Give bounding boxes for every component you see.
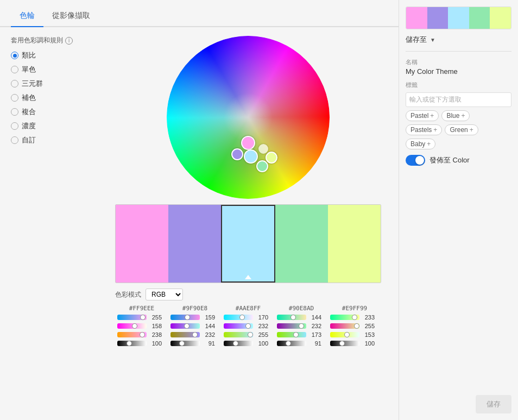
mini-slider-0-1[interactable] (117, 323, 147, 329)
slider-value: 232 (308, 323, 321, 329)
color-dot-3[interactable] (256, 160, 268, 172)
mini-slider-1-2[interactable] (170, 332, 200, 337)
info-icon[interactable]: i (65, 37, 73, 45)
tag-blue[interactable]: Blue + (441, 110, 470, 121)
radio-compound[interactable]: 複合 (11, 107, 98, 117)
slider-thumb[interactable] (179, 341, 185, 346)
hex-col-0: #FF9EEE255158238100 (115, 305, 168, 347)
slider-value: 232 (255, 323, 268, 329)
color-dot-1[interactable] (231, 148, 243, 160)
tags-input[interactable]: 輸入或從下方選取 (406, 92, 511, 107)
mini-slider-0-2[interactable] (117, 332, 147, 337)
slider-row-4-2: 153 (330, 331, 379, 338)
mini-slider-0-3[interactable] (117, 341, 147, 346)
save-to-row[interactable]: 儲存至 ▼ (406, 35, 511, 45)
mini-slider-3-0[interactable] (277, 315, 306, 320)
slider-thumb[interactable] (354, 323, 359, 329)
radio-analogous[interactable]: 類比 (11, 51, 98, 60)
color-dot-2[interactable] (244, 149, 258, 164)
slider-thumb[interactable] (132, 323, 137, 329)
slider-thumb[interactable] (239, 315, 245, 320)
slider-track (277, 332, 306, 337)
save-button[interactable]: 儲存 (476, 395, 511, 413)
mini-slider-4-1[interactable] (330, 323, 359, 329)
radio-triadic[interactable]: 三元群 (11, 79, 98, 89)
swatch-1[interactable] (168, 205, 221, 283)
slider-thumb[interactable] (233, 341, 238, 346)
slider-thumb[interactable] (352, 315, 357, 320)
slider-thumb[interactable] (299, 323, 304, 329)
slider-value: 158 (149, 323, 162, 329)
swatch-0[interactable] (116, 205, 168, 283)
mini-slider-4-3[interactable] (330, 341, 359, 346)
slider-thumb[interactable] (248, 332, 253, 337)
mini-slider-4-0[interactable] (330, 315, 359, 320)
slider-row-4-3: 100 (330, 340, 379, 347)
slider-thumb[interactable] (127, 341, 132, 346)
slider-thumb[interactable] (344, 332, 350, 337)
slider-thumb[interactable] (293, 332, 299, 337)
slider-thumb[interactable] (184, 323, 189, 329)
mini-slider-3-1[interactable] (277, 323, 306, 329)
tag-baby[interactable]: Baby + (406, 139, 435, 149)
mini-slider-3-3[interactable] (277, 341, 306, 346)
slider-thumb[interactable] (192, 332, 198, 337)
tag-green[interactable]: Green + (445, 124, 478, 135)
slider-row-4-0: 233 (330, 314, 379, 321)
radio-monochrome-circle (11, 66, 18, 73)
color-dot-5[interactable] (258, 144, 268, 154)
radio-shades[interactable]: 濃度 (11, 121, 98, 131)
slider-row-2-1: 232 (224, 323, 273, 329)
mini-slider-0-0[interactable] (117, 315, 147, 320)
harmony-options: 類比 單色 三元群 補色 複合 (11, 51, 98, 145)
color-wheel-container[interactable] (167, 36, 330, 199)
publish-label: 發佈至 Color (429, 155, 470, 165)
slider-row-2-2: 255 (224, 331, 273, 338)
color-dot-4[interactable] (266, 152, 277, 164)
slider-row-3-1: 232 (277, 323, 326, 329)
mini-slider-1-3[interactable] (170, 341, 200, 346)
color-wheel-canvas[interactable] (167, 36, 330, 199)
tab-color-wheel[interactable]: 色輪 (11, 7, 43, 27)
hex-label-4: #E9FF99 (342, 305, 367, 312)
radio-custom[interactable]: 自訂 (11, 135, 98, 145)
center-col: 色彩模式 RGB CMYK HSB Lab #FF9EEE25515823810… (109, 36, 388, 411)
radio-complementary[interactable]: 補色 (11, 93, 98, 103)
slider-thumb[interactable] (245, 323, 251, 329)
tags-label: 標籤 (406, 81, 511, 89)
mini-slider-2-2[interactable] (224, 332, 253, 337)
radio-monochrome[interactable]: 單色 (11, 65, 98, 74)
slider-thumb[interactable] (286, 341, 291, 346)
swatch-2[interactable] (221, 205, 276, 283)
mini-slider-1-0[interactable] (170, 315, 200, 320)
slider-value: 144 (202, 323, 215, 329)
preview-swatch-1 (427, 7, 448, 29)
color-mode-select[interactable]: RGB CMYK HSB Lab (146, 289, 183, 300)
swatch-4[interactable] (328, 205, 381, 283)
tab-from-image[interactable]: 從影像擷取 (43, 7, 99, 27)
slider-thumb[interactable] (140, 315, 146, 320)
tag-pastels[interactable]: Pastels + (406, 124, 442, 135)
mini-slider-3-2[interactable] (277, 332, 306, 337)
publish-toggle[interactable] (406, 155, 425, 166)
slider-thumb[interactable] (185, 315, 190, 320)
slider-value: 232 (202, 331, 215, 338)
slider-value: 233 (362, 314, 375, 321)
mini-slider-2-0[interactable] (224, 315, 253, 320)
color-mode-row: 色彩模式 RGB CMYK HSB Lab (115, 289, 381, 300)
mini-slider-1-1[interactable] (170, 323, 200, 329)
slider-thumb[interactable] (339, 341, 345, 346)
slider-value: 255 (362, 323, 375, 329)
mini-slider-4-2[interactable] (330, 332, 359, 337)
slider-value: 255 (149, 314, 162, 321)
slider-row-1-0: 159 (170, 314, 219, 321)
color-dot-0[interactable] (241, 136, 255, 150)
swatch-3[interactable] (275, 205, 328, 283)
tags-section: 標籤 輸入或從下方選取 Pastel + Blue + Pastels + Gr… (406, 81, 511, 149)
slider-thumb[interactable] (140, 332, 145, 337)
mini-slider-2-3[interactable] (224, 341, 253, 346)
mini-slider-2-1[interactable] (224, 323, 253, 329)
tag-pastel[interactable]: Pastel + (406, 110, 439, 121)
hex-label-3: #90E8AD (289, 305, 314, 312)
slider-thumb[interactable] (290, 315, 296, 320)
